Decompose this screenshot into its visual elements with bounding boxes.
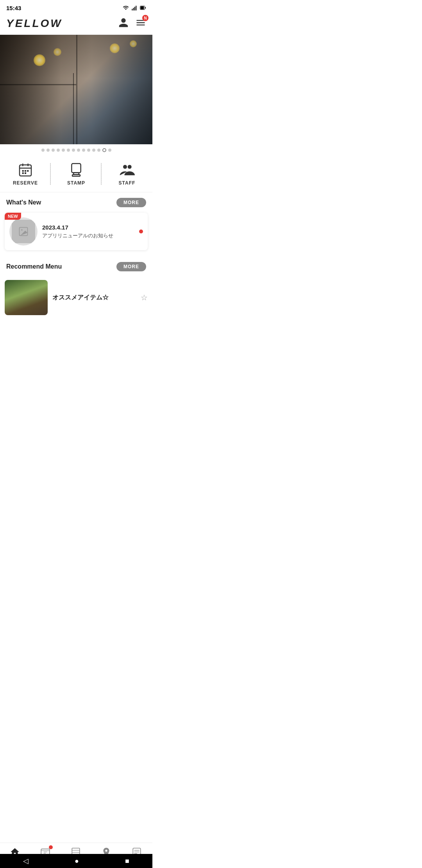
hero-divider-vertical: [76, 35, 77, 144]
system-bar: ◁ ● ■: [0, 854, 152, 868]
whats-new-header: What's New MORE: [0, 192, 152, 213]
stamp-icon: [68, 162, 84, 178]
home-button[interactable]: ●: [75, 857, 79, 865]
dot-6[interactable]: [67, 149, 70, 152]
news-text: アプリリニューアルのお知らせ: [42, 232, 134, 239]
slider-dots: [0, 144, 152, 156]
image-placeholder-icon: [18, 226, 29, 237]
notification-badge: N: [142, 15, 148, 21]
wifi-icon: [123, 5, 129, 11]
svg-point-19: [123, 165, 127, 169]
light-1: [34, 54, 45, 66]
action-buttons: RESERVE STAMP STAFF: [0, 156, 152, 192]
whats-new-title: What's New: [6, 199, 41, 206]
profile-icon: [118, 17, 129, 28]
coupon-badge: [49, 845, 53, 849]
recommend-title: Recommend Menu: [6, 263, 62, 270]
dot-1[interactable]: [41, 149, 45, 152]
dot-9[interactable]: [82, 149, 85, 152]
news-thumbnail: [9, 217, 38, 246]
battery-icon: [140, 5, 146, 11]
dot-13[interactable]: [102, 148, 106, 152]
light-4: [130, 40, 137, 47]
svg-point-22: [21, 229, 23, 231]
recommend-card[interactable]: オススメアイテム☆ ☆: [5, 277, 148, 318]
status-time: 15:43: [6, 5, 21, 11]
svg-rect-1: [133, 8, 134, 11]
svg-rect-6: [145, 7, 146, 9]
svg-rect-5: [141, 6, 144, 9]
light-3: [110, 43, 120, 53]
news-card[interactable]: NEW 2023.4.17 アプリリニューアルのお知らせ: [5, 213, 148, 250]
staff-button[interactable]: STAFF: [102, 156, 152, 192]
app-logo: YELLOW: [6, 17, 63, 30]
header-icons: N: [118, 17, 146, 30]
recommend-header: Recommend Menu MORE: [0, 256, 152, 277]
hero-slider[interactable]: [0, 35, 152, 144]
svg-rect-11: [22, 170, 24, 172]
back-button[interactable]: ◁: [23, 857, 29, 865]
page-wrapper: 15:43 YELLOW: [0, 0, 152, 368]
recommend-more-button[interactable]: MORE: [116, 262, 146, 271]
status-bar: 15:43: [0, 0, 152, 14]
hero-divider-horizontal: [0, 84, 76, 85]
staff-icon: [119, 162, 135, 178]
news-unread-dot: [139, 230, 143, 233]
calendar-icon: [18, 162, 33, 178]
news-thumb-inner: [12, 220, 35, 243]
reserve-label: RESERVE: [13, 180, 38, 186]
dot-3[interactable]: [52, 149, 55, 152]
dot-10[interactable]: [87, 149, 90, 152]
recommend-thumbnail: [5, 280, 48, 315]
light-2: [54, 48, 61, 56]
svg-point-20: [128, 165, 132, 169]
svg-rect-15: [25, 172, 26, 174]
news-date: 2023.4.17: [42, 224, 134, 231]
dot-2[interactable]: [46, 149, 50, 152]
svg-rect-12: [25, 170, 26, 172]
dot-7[interactable]: [72, 149, 75, 152]
news-badge: NEW: [5, 213, 21, 220]
recent-button[interactable]: ■: [125, 857, 129, 865]
star-icon[interactable]: ☆: [141, 293, 148, 302]
svg-rect-13: [27, 170, 29, 172]
news-content: 2023.4.17 アプリリニューアルのお知らせ: [42, 224, 134, 239]
dot-12[interactable]: [97, 149, 100, 152]
header: YELLOW N: [0, 14, 152, 35]
svg-rect-2: [134, 7, 135, 10]
dot-11[interactable]: [92, 149, 95, 152]
dot-5[interactable]: [62, 149, 65, 152]
svg-rect-16: [72, 163, 80, 172]
svg-rect-18: [72, 175, 80, 176]
signal-icon: [131, 5, 138, 11]
recommend-item-title: オススメアイテム☆: [52, 294, 136, 302]
dot-8[interactable]: [77, 149, 80, 152]
status-icons: [123, 5, 146, 11]
bottom-spacer: [0, 321, 152, 368]
stamp-label: STAMP: [67, 180, 85, 186]
notification-menu-button[interactable]: N: [135, 17, 146, 30]
stamp-button[interactable]: STAMP: [51, 156, 102, 192]
recommend-thumb-img: [5, 280, 48, 315]
staff-label: STAFF: [119, 180, 136, 186]
whats-new-more-button[interactable]: MORE: [116, 198, 146, 207]
svg-rect-0: [132, 9, 132, 11]
dot-14[interactable]: [108, 149, 111, 152]
svg-rect-3: [136, 6, 136, 11]
profile-button[interactable]: [118, 17, 129, 30]
svg-rect-14: [22, 172, 24, 174]
reserve-button[interactable]: RESERVE: [0, 156, 51, 192]
dot-4[interactable]: [57, 149, 60, 152]
hero-image: [0, 35, 152, 144]
